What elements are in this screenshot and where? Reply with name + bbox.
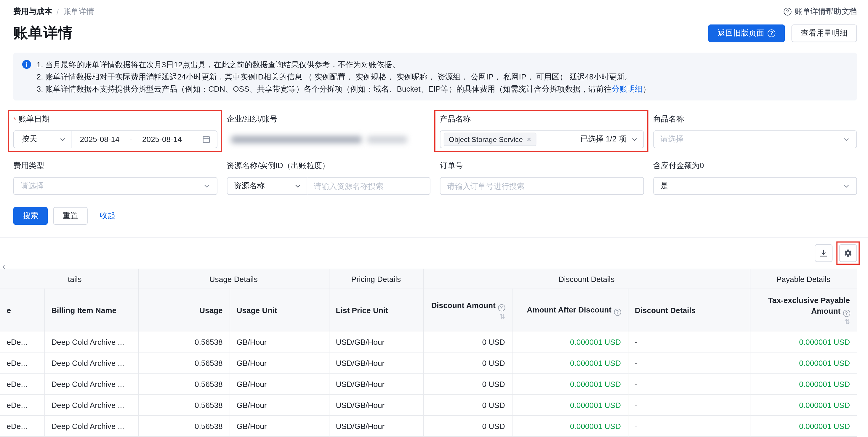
- settings-button[interactable]: [839, 244, 857, 262]
- topbar: 费用与成本 / 账单详情 账单详情帮助文档: [0, 0, 868, 17]
- cell-amount-after-discount: 0.000001 USD: [512, 373, 628, 394]
- filter-form: * 账单日期 按天 2025-08-14 - 2025-08-14: [13, 114, 857, 195]
- sort-icon[interactable]: [499, 313, 505, 320]
- group-header-pricing-details: Pricing Details: [329, 269, 423, 289]
- remove-tag-icon[interactable]: [527, 136, 531, 143]
- product-name-select[interactable]: Object Storage Service 已选择 1/2 项: [440, 130, 644, 148]
- cell-usage: 0.56538: [138, 394, 229, 415]
- resource-mode-value: 资源名称: [234, 181, 265, 191]
- cell-discount-details: -: [628, 415, 750, 436]
- cell-clipped: eDe...: [0, 373, 44, 394]
- column-header-list-price-unit: List Price Unit: [329, 289, 423, 331]
- panel-collapse-handle[interactable]: [0, 261, 7, 272]
- question-circle-icon[interactable]: [614, 308, 621, 316]
- product-tag: Object Storage Service: [444, 133, 536, 146]
- column-header-label: Tax-exclusive Payable Amount: [768, 296, 850, 315]
- table-row: eDe... Deep Cold Archive ... 0.56538 GB/…: [0, 352, 857, 373]
- back-old-version-button[interactable]: 返回旧版页面: [708, 24, 785, 42]
- help-doc-label: 账单详情帮助文档: [795, 6, 857, 17]
- chevron-down-icon: [294, 183, 301, 189]
- date-separator: -: [129, 135, 132, 144]
- cell-usage-unit: GB/Hour: [229, 331, 329, 352]
- cell-usage: 0.56538: [138, 352, 229, 373]
- view-usage-detail-button[interactable]: 查看用量明细: [792, 24, 857, 42]
- cell-discount-details: -: [628, 394, 750, 415]
- table-row: eDe... Deep Cold Archive ... 0.56538 GB/…: [0, 394, 857, 415]
- filter-actions: 搜索 重置 收起: [13, 207, 855, 225]
- date-range-picker[interactable]: 2025-08-14 - 2025-08-14: [72, 135, 217, 144]
- fee-type-select[interactable]: 请选择: [13, 177, 217, 195]
- breadcrumb: 费用与成本 / 账单详情: [13, 6, 94, 17]
- order-number-control: [440, 177, 644, 195]
- cell-discount-amount: 0 USD: [423, 373, 512, 394]
- column-header-clipped: e: [0, 289, 44, 331]
- cell-usage: 0.56538: [138, 331, 229, 352]
- commodity-name-label: 商品名称: [653, 114, 857, 125]
- chevron-down-icon: [843, 183, 849, 189]
- cell-list-price-unit: USD/GB/Hour: [329, 394, 423, 415]
- filter-bill-date: * 账单日期 按天 2025-08-14 - 2025-08-14: [13, 114, 217, 148]
- cell-billing-item-name: Deep Cold Archive ...: [44, 373, 138, 394]
- cell-payable-amount: 0.000001 USD: [750, 415, 857, 436]
- cell-discount-amount: 0 USD: [423, 331, 512, 352]
- table-row: eDe... Deep Cold Archive ... 0.56538 GB/…: [0, 415, 857, 436]
- resource-label: 资源名称/实例ID（出账粒度）: [227, 161, 430, 171]
- zero-amount-select[interactable]: 是: [653, 177, 857, 195]
- date-granularity-value: 按天: [22, 134, 37, 144]
- sort-icon[interactable]: [844, 318, 850, 325]
- search-button[interactable]: 搜索: [13, 207, 48, 225]
- cell-amount-after-discount: 0.000001 USD: [512, 331, 628, 352]
- date-granularity-select[interactable]: 按天: [14, 131, 72, 148]
- notice-line-1: 1. 当月最终的账单详情数据将在次月3日12点出具，在此之前的数据查询结果仅供参…: [37, 58, 651, 70]
- resource-mode-select[interactable]: 资源名称: [227, 177, 307, 195]
- cell-billing-item-name: Deep Cold Archive ...: [44, 394, 138, 415]
- download-button[interactable]: [815, 244, 832, 262]
- required-asterisk: *: [13, 115, 16, 124]
- help-doc-link[interactable]: 账单详情帮助文档: [783, 6, 857, 17]
- bill-date-label-text: 账单日期: [19, 114, 50, 124]
- bill-date-label: * 账单日期: [13, 114, 217, 125]
- question-circle-icon[interactable]: [843, 310, 850, 317]
- question-circle-icon[interactable]: [498, 304, 505, 311]
- bill-date-control: 按天 2025-08-14 - 2025-08-14: [13, 130, 217, 148]
- column-header-usage-unit: Usage Unit: [229, 289, 329, 331]
- filter-resource: 资源名称/实例ID（出账粒度） 资源名称: [227, 161, 430, 195]
- cell-payable-amount: 0.000001 USD: [750, 352, 857, 373]
- filter-fee-type: 费用类型 请选择: [13, 161, 217, 195]
- zero-amount-label: 含应付金额为0: [653, 161, 857, 171]
- resource-control: 资源名称: [227, 177, 430, 195]
- collapse-link[interactable]: 收起: [100, 211, 115, 221]
- resource-search-input[interactable]: [307, 177, 430, 195]
- product-name-label: 产品名称: [440, 114, 644, 125]
- filter-account: 企业/组织/账号: [227, 114, 430, 148]
- column-header-label: Discount Amount: [431, 301, 495, 310]
- cell-discount-details: -: [628, 352, 750, 373]
- masked-text-block: [367, 136, 407, 143]
- chevron-down-icon: [631, 136, 638, 143]
- order-number-label: 订单号: [440, 161, 644, 171]
- reset-button[interactable]: 重置: [53, 207, 88, 225]
- chevron-down-icon: [59, 136, 66, 143]
- filter-commodity-name: 商品名称 请选择: [653, 114, 857, 148]
- end-date-value: 2025-08-14: [142, 135, 182, 144]
- column-header-discount-amount: Discount Amount: [423, 289, 512, 331]
- filter-product-name: 产品名称 Object Storage Service 已选择 1/2 项: [440, 114, 644, 148]
- chevron-down-icon: [843, 136, 849, 143]
- breadcrumb-separator: /: [57, 7, 59, 16]
- notice-line-3-text: 3. 账单详情数据不支持提供分拆型云产品（例如：CDN、OSS、共享带宽等）各个…: [37, 85, 612, 93]
- cell-usage-unit: GB/Hour: [229, 352, 329, 373]
- table-group-header-row: tails Usage Details Pricing Details Disc…: [0, 269, 857, 289]
- back-old-version-label: 返回旧版页面: [718, 28, 764, 38]
- group-header-usage-details: Usage Details: [138, 269, 329, 289]
- question-circle-icon: [768, 29, 775, 37]
- column-header-label: Amount After Discount: [527, 305, 612, 314]
- billing-table: tails Usage Details Pricing Details Disc…: [0, 269, 857, 437]
- breadcrumb-parent[interactable]: 费用与成本: [13, 6, 52, 17]
- billing-table-wrap: tails Usage Details Pricing Details Disc…: [0, 269, 857, 437]
- notice-banner: 1. 当月最终的账单详情数据将在次月3日12点出具，在此之前的数据查询结果仅供参…: [13, 53, 857, 100]
- column-header-discount-details: Discount Details: [628, 289, 750, 331]
- cell-clipped: eDe...: [0, 415, 44, 436]
- split-bill-link[interactable]: 分账明细: [612, 85, 643, 93]
- order-number-input[interactable]: [440, 177, 644, 195]
- commodity-name-select[interactable]: 请选择: [653, 130, 857, 148]
